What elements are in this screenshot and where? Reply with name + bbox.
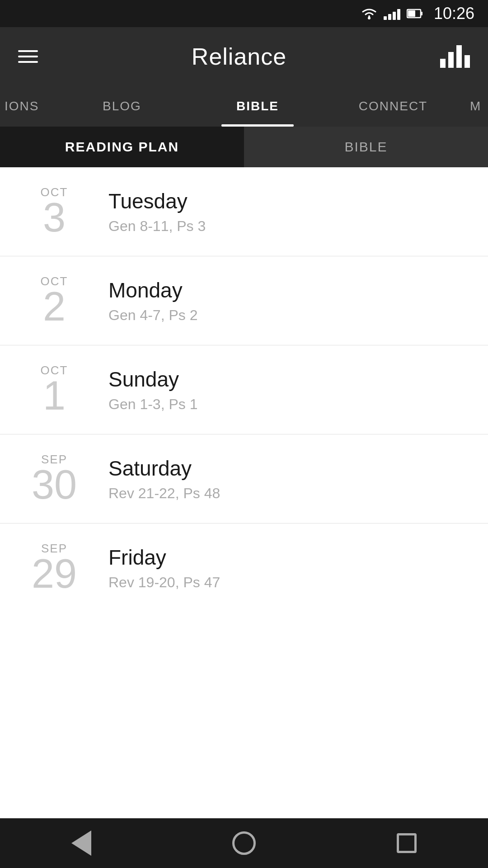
status-icons: 10:26	[361, 4, 474, 23]
battery-icon	[407, 7, 423, 20]
tab-more[interactable]: M	[461, 86, 488, 127]
tab-blog[interactable]: BLOG	[54, 86, 190, 127]
svg-point-0	[368, 17, 371, 19]
date-block: SEP 29	[23, 542, 86, 594]
subtab-reading-plan[interactable]: READING PLAN	[0, 127, 244, 167]
sub-tabs: READING PLAN BIBLE	[0, 127, 488, 167]
list-item[interactable]: OCT 3 Tuesday Gen 8-11, Ps 3	[0, 167, 488, 256]
date-block: OCT 1	[23, 363, 86, 416]
subtab-bible[interactable]: BIBLE	[244, 127, 488, 167]
nav-tabs: IONS BLOG BIBLE CONNECT M	[0, 86, 488, 127]
date-block: SEP 30	[23, 453, 86, 505]
back-button[interactable]	[63, 825, 99, 861]
item-content: Sunday Gen 1-3, Ps 1	[108, 367, 197, 413]
tab-devotions[interactable]: IONS	[0, 86, 54, 127]
item-content: Monday Gen 4-7, Ps 2	[108, 278, 197, 324]
date-day: 30	[23, 464, 86, 505]
app-title: Reliance	[192, 43, 286, 70]
item-readings: Gen 4-7, Ps 2	[108, 307, 197, 324]
tab-bible[interactable]: BIBLE	[190, 86, 325, 127]
svg-rect-3	[408, 10, 415, 17]
item-readings: Gen 1-3, Ps 1	[108, 396, 197, 413]
reading-list: OCT 3 Tuesday Gen 8-11, Ps 3 OCT 2 Monda…	[0, 167, 488, 818]
wifi-icon	[361, 7, 377, 20]
item-readings: Rev 19-20, Ps 47	[108, 574, 220, 591]
date-block: OCT 3	[23, 185, 86, 238]
item-day: Friday	[108, 545, 220, 570]
signal-icon	[384, 7, 400, 20]
hamburger-icon[interactable]	[18, 50, 38, 63]
item-day: Monday	[108, 278, 197, 302]
recent-button[interactable]	[389, 825, 425, 861]
status-time: 10:26	[434, 4, 474, 23]
item-day: Tuesday	[108, 189, 206, 213]
item-content: Tuesday Gen 8-11, Ps 3	[108, 189, 206, 235]
home-button[interactable]	[226, 825, 262, 861]
item-readings: Gen 8-11, Ps 3	[108, 218, 206, 235]
bottom-nav	[0, 818, 488, 868]
list-item[interactable]: OCT 1 Sunday Gen 1-3, Ps 1	[0, 345, 488, 434]
item-content: Friday Rev 19-20, Ps 47	[108, 545, 220, 591]
recent-icon	[397, 833, 417, 853]
svg-rect-2	[421, 12, 422, 15]
list-item[interactable]: SEP 29 Friday Rev 19-20, Ps 47	[0, 524, 488, 612]
date-day: 1	[23, 375, 86, 416]
item-day: Saturday	[108, 456, 220, 481]
back-icon	[71, 830, 91, 856]
date-day: 2	[23, 286, 86, 327]
status-bar: 10:26	[0, 0, 488, 27]
date-day: 29	[23, 553, 86, 594]
app-bar: Reliance	[0, 27, 488, 86]
item-readings: Rev 21-22, Ps 48	[108, 485, 220, 502]
tab-connect[interactable]: CONNECT	[325, 86, 461, 127]
item-content: Saturday Rev 21-22, Ps 48	[108, 456, 220, 502]
list-item[interactable]: OCT 2 Monday Gen 4-7, Ps 2	[0, 256, 488, 345]
date-block: OCT 2	[23, 274, 86, 327]
list-item[interactable]: SEP 30 Saturday Rev 21-22, Ps 48	[0, 434, 488, 524]
item-day: Sunday	[108, 367, 197, 392]
date-day: 3	[23, 197, 86, 238]
home-icon	[232, 831, 256, 855]
bar-chart-icon[interactable]	[440, 45, 470, 68]
